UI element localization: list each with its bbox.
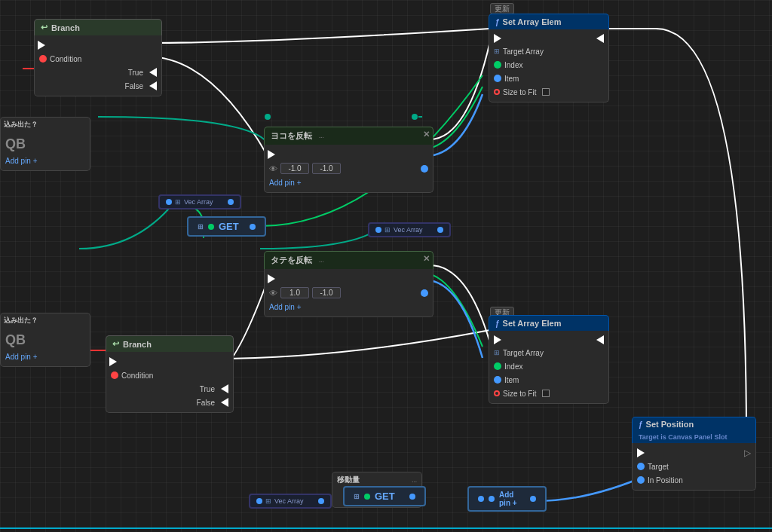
left-node2-addpin[interactable]: Add pin +	[1, 350, 90, 363]
add-pin-bottom-label[interactable]: Add pin +	[499, 491, 525, 507]
set-array1-item-label: Item	[504, 75, 519, 83]
yoko-y-input[interactable]	[312, 163, 341, 174]
add-pin-bottom-in-pin2[interactable]	[489, 496, 495, 502]
vec-array-mid-out-pin[interactable]	[437, 227, 443, 233]
add-pin-bottom-out-pin[interactable]	[530, 496, 536, 502]
set-array1-body: ⊞ Target Array Index Item Size to Fit	[489, 29, 609, 102]
get-bottom-index-pin[interactable]	[364, 494, 370, 500]
branch2-condition-pin[interactable]	[111, 371, 118, 379]
branch1-condition-pin[interactable]	[39, 55, 47, 63]
branch1-false-label: False	[125, 82, 143, 90]
set-array1-item-pin[interactable]	[494, 75, 501, 82]
vec-array-mid-in-pin[interactable]	[375, 227, 381, 233]
set-array2-sizetofit-pin[interactable]	[494, 390, 500, 396]
update-badge-top: 更新	[490, 4, 514, 14]
yoko-addpin-label[interactable]: Add pin +	[269, 179, 302, 187]
tate-exec-in[interactable]	[265, 272, 433, 286]
set-array2-item-row: Item	[489, 373, 608, 387]
branch2-exec-in[interactable]	[106, 355, 233, 368]
set-array1-item-row: Item	[489, 72, 608, 85]
set-array1-func-icon: ƒ	[495, 18, 500, 26]
yoko-out-pin[interactable]	[421, 165, 428, 173]
set-array1-target-row: ⊞ Target Array	[489, 44, 608, 58]
set-position-exec-in-pin[interactable]	[637, 448, 645, 457]
tate-y-input[interactable]	[312, 287, 341, 298]
set-array2-title: Set Array Elem	[503, 319, 562, 328]
tate-eye-icon[interactable]: 👁	[269, 289, 277, 298]
set-array2-item-label: Item	[504, 376, 519, 384]
vec-array-bottom-out-pin[interactable]	[318, 498, 324, 504]
vec-array-top-out-pin[interactable]	[228, 199, 234, 205]
set-array1-sizetofit-checkbox[interactable]	[542, 88, 550, 96]
branch1-node: ↩ Branch Condition True False	[34, 19, 162, 96]
tate-addpin-label[interactable]: Add pin +	[269, 303, 302, 311]
yoko-header: ヨコを反転 ... ✕	[264, 127, 433, 145]
tate-exec-in-pin[interactable]	[268, 274, 275, 283]
get-bottom-label: GET	[375, 491, 395, 502]
bottom-teal-line	[0, 524, 772, 532]
set-array2-sizetofit-checkbox[interactable]	[542, 390, 550, 397]
set-position-exec-out-icon[interactable]: ▷	[744, 448, 751, 458]
tate-addpin-row[interactable]: Add pin +	[265, 300, 433, 313]
set-position-target-row: Target	[633, 460, 755, 473]
branch1-false-pin[interactable]	[149, 81, 157, 90]
yoko-node: ヨコを反転 ... ✕ 👁 Add pin +	[264, 127, 433, 193]
get-top-out-pin[interactable]	[250, 224, 256, 230]
branch1-true-pin[interactable]	[149, 68, 157, 77]
branch1-true-row: True	[35, 66, 161, 79]
get-top-index-pin[interactable]	[208, 224, 214, 230]
set-position-inposition-row: In Position	[633, 473, 755, 487]
branch2-false-row: False	[106, 396, 233, 409]
left-node2-header: 込み出た？	[0, 313, 90, 328]
set-position-node: ƒ Set Position Target is Canvas Panel Sl…	[632, 417, 756, 491]
yoko-x-input[interactable]	[280, 163, 309, 174]
left-node1-addpin-label[interactable]: Add pin +	[5, 157, 38, 165]
branch2-false-pin[interactable]	[221, 398, 228, 407]
branch1-exec-in-pin[interactable]	[38, 41, 45, 50]
vec-array-bottom-in-pin[interactable]	[256, 498, 262, 504]
yoko-exec-in-pin[interactable]	[268, 150, 275, 159]
vec-array-bottom-icon: ⊞	[265, 497, 271, 505]
set-array1-sizetofit-pin[interactable]	[494, 89, 500, 95]
branch2-true-pin[interactable]	[221, 384, 228, 393]
left-node1-qr: QB	[1, 135, 90, 154]
set-position-inposition-pin[interactable]	[637, 476, 645, 484]
left-node2-title: 込み出た？	[4, 316, 38, 326]
idouryou-header: 移動量 ...	[332, 472, 422, 488]
branch1-condition-label: Condition	[50, 55, 81, 63]
vec-array-top-in-pin[interactable]	[166, 199, 172, 205]
set-position-exec-row: ▷	[633, 446, 755, 460]
set-position-target-pin[interactable]	[637, 463, 645, 470]
yoko-close-icon[interactable]: ✕	[423, 130, 430, 139]
yoko-exec-in[interactable]	[265, 148, 433, 161]
left-node1-addpin[interactable]: Add pin +	[1, 154, 90, 167]
branch2-body: Condition True False	[106, 352, 234, 413]
blueprint-canvas[interactable]: ↩ Branch Condition True False 込み出た？	[0, 0, 772, 532]
tate-close-icon[interactable]: ✕	[423, 254, 430, 264]
yoko-eye-icon[interactable]: 👁	[269, 164, 277, 173]
idouryou-dots: ...	[412, 477, 417, 484]
set-array1-exec-out-pin[interactable]	[596, 34, 604, 43]
set-array2-exec-in-pin[interactable]	[494, 335, 501, 344]
set-array1-title: Set Array Elem	[503, 17, 562, 26]
set-array2-exec-out-pin[interactable]	[596, 335, 604, 344]
branch2-exec-in-pin[interactable]	[109, 357, 117, 366]
add-pin-bottom-in-pin1[interactable]	[478, 496, 484, 502]
branch1-false-row: False	[35, 79, 161, 93]
set-array1-exec-in-pin[interactable]	[494, 34, 501, 43]
get-bottom-out-pin[interactable]	[409, 494, 415, 500]
set-array1-index-pin[interactable]	[494, 61, 501, 69]
branch1-exec-in[interactable]	[35, 38, 161, 52]
set-array2-node: ƒ Set Array Elem ⊞ Target Array Index It…	[489, 315, 609, 404]
set-array2-index-pin[interactable]	[494, 362, 501, 370]
vec-array-top: ⊞ Vec Array	[158, 194, 241, 209]
yoko-addpin-row[interactable]: Add pin +	[265, 176, 433, 189]
set-array2-item-pin[interactable]	[494, 376, 501, 384]
set-array1-index-row: Index	[489, 58, 608, 72]
tate-title: タテを反転	[271, 255, 312, 266]
left-node2-addpin-label[interactable]: Add pin +	[5, 353, 38, 361]
set-array1-target-label: Target Array	[503, 47, 544, 56]
tate-x-input[interactable]	[280, 287, 309, 298]
tate-out-pin[interactable]	[421, 289, 428, 297]
set-array1-header: ƒ Set Array Elem	[489, 14, 609, 29]
